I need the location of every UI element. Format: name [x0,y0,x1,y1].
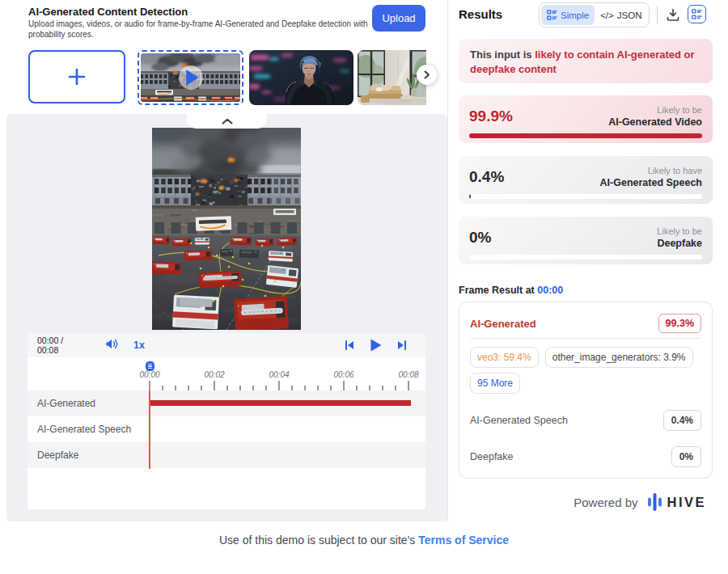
track-row-deepfake: Deepfake [28,442,425,468]
grip-line [148,368,152,369]
chevron-up-icon [222,118,233,125]
total-duration: 00:08 [37,345,58,355]
score-pct: 0% [469,229,491,249]
simple-view-icon [547,10,557,20]
terms-of-service-link[interactable]: Terms of Service [418,534,509,547]
download-icon [666,7,680,22]
upload-button[interactable]: Upload [372,5,425,32]
toggle-simple-label: Simple [561,11,589,20]
track-rows: AI-Generated AI-Generated Speech Deepfak… [28,390,425,468]
plus-icon [66,66,87,87]
toggle-json[interactable]: </> JSON [595,5,647,25]
result-alert: This input is likely to contain AI-gener… [459,39,713,83]
hive-logo-icon [648,493,662,511]
frame-result-card: AI-Generated 99.3% veo3: 59.4% other_ima… [459,302,713,479]
grip-line [148,365,152,366]
skip-forward-button[interactable] [396,340,408,351]
page-title: AI-Generated Content Detection [28,6,188,18]
frame-result-prefix: Frame Result at [459,285,537,296]
playhead-line [149,390,150,469]
score-likely-text: Likely to be [608,105,702,115]
play-button[interactable] [369,338,383,352]
player-controls: 00:00 /00:08 1x [28,333,425,357]
tick-label: 00:06 [333,370,353,379]
thumbnail-video-selected[interactable] [138,50,243,105]
alert-prefix: This input is [470,49,535,61]
play-overlay-icon [179,65,203,90]
powered-by: Powered by HIVE [447,493,713,511]
add-media-button[interactable] [28,50,125,103]
score-bar-deepfake [469,255,702,260]
score-pct: 99.9% [469,108,513,128]
grip-line [148,364,152,365]
more-generators-button[interactable]: 95 More [470,373,520,394]
tick-label: 00:04 [269,370,289,379]
track-row-ai-generated: AI-Generated [28,390,425,416]
timeline[interactable]: 00:00 00:02 00:04 00:06 00:08 AI-Generat… [28,357,425,509]
volume-icon [105,338,119,350]
thumb-art-modern-interior [358,50,426,105]
score-card-speech: 0.4% Likely to have AI-Generated Speech [459,156,713,204]
score-likely-text: Likely to have [600,166,702,175]
thumb-art-cyberpunk-woman [249,50,353,105]
score-bar-fill [469,194,471,199]
score-pct: 0.4% [469,168,504,188]
skip-back-button[interactable] [344,340,355,351]
volume-button[interactable] [105,338,119,352]
generator-tag-other: other_image_generators: 3.9% [545,347,693,368]
list-view-icon [692,9,702,19]
frame-result-label: Frame Result at 00:00 [459,285,563,296]
view-toggle: Simple </> JSON [539,2,650,27]
column-divider [447,0,448,521]
thumbnail-interior-image[interactable] [358,50,426,105]
score-label: Deepfake [657,238,702,249]
track-label: AI-Generated Speech [37,424,131,435]
header-separator [657,6,658,24]
skip-forward-icon [396,340,408,351]
generator-tag-veo3: veo3: 59.4% [470,347,539,368]
time-display: 00:00 /00:08 [37,336,79,356]
footer-terms: Use of this demo is subject to our site'… [0,534,728,547]
collapse-preview-button[interactable] [187,114,267,129]
download-button[interactable] [663,6,683,25]
track-label: AI-Generated [37,398,95,409]
terms-prefix: Use of this demo is subject to our site'… [219,534,418,547]
thumbnail-cyberpunk-image[interactable] [249,50,353,105]
play-icon [369,338,383,352]
page-subtitle: Upload images, videos, or audio for fram… [28,19,372,40]
track-row-speech: AI-Generated Speech [28,416,425,442]
score-card-video: 99.9% Likely to be AI-Generated Video [459,95,713,143]
tick-labels: 00:00 00:02 00:04 00:06 00:08 [28,370,425,380]
current-time: 00:00 / [37,336,63,345]
carousel-next-button[interactable] [417,65,437,85]
tick-label: 00:08 [398,370,418,379]
playback-speed-button[interactable]: 1x [133,340,145,351]
thumbnail-strip [28,50,426,105]
chevron-right-icon [422,70,431,79]
frame-deepfake-label: Deepfake [470,451,514,462]
track-label: Deepfake [37,449,78,461]
toggle-json-label: JSON [617,11,642,20]
playhead-handle[interactable] [146,361,154,371]
panel-view-button[interactable] [688,5,706,23]
frame-primary-label: AI-Generated [470,318,536,330]
score-card-deepfake: 0% Likely to be Deepfake [459,217,713,264]
video-preview-frame[interactable] [152,128,301,330]
page: AI-Generated Content Detection Upload im… [0,0,728,574]
tick-label: 00:02 [204,370,224,379]
score-label: AI-Generated Speech [600,177,702,188]
frame-deepfake-value: 0% [671,446,701,467]
detection-bar-ai-generated [150,400,411,406]
score-bar-video [469,133,702,138]
hive-logo-text: HIVE [667,495,706,510]
frame-time-link[interactable]: 00:00 [537,285,563,296]
results-title: Results [459,7,502,21]
tick-label: 00:00 [139,370,159,379]
video-frame-art-burning-warehouse [152,128,301,330]
frame-card-divider [470,338,701,339]
score-label: AI-Generated Video [608,116,702,128]
score-likely-text: Likely to be [657,226,702,236]
frame-speech-value: 0.4% [663,410,701,431]
score-bar-speech [469,194,702,199]
toggle-simple[interactable]: Simple [541,5,595,25]
